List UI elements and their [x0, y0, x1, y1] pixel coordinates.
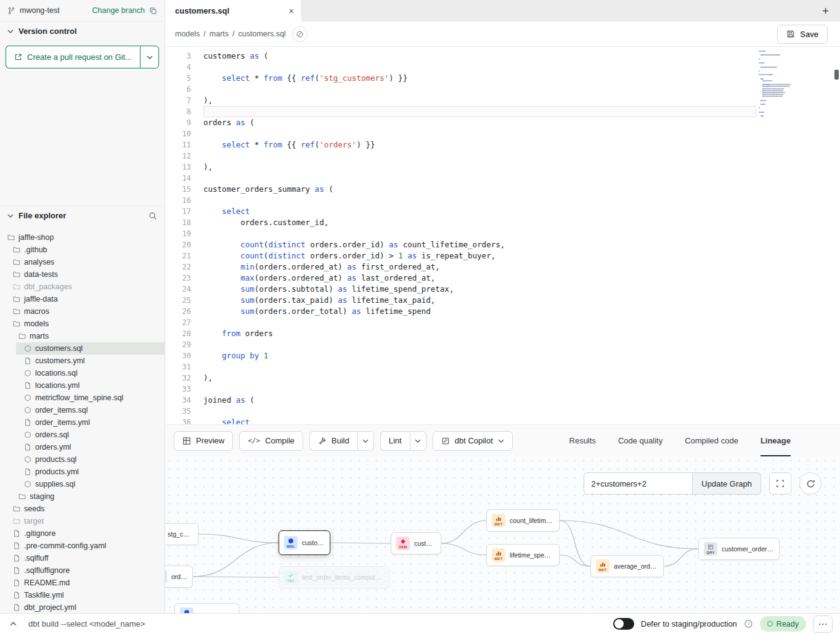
- lint-dropdown-button[interactable]: [410, 431, 426, 451]
- file-tree-item-products.yml[interactable]: products.yml: [0, 466, 165, 478]
- file-tree-item-data-tests[interactable]: data-tests: [0, 268, 165, 281]
- lineage-selector-input[interactable]: [584, 472, 692, 495]
- lineage-node-customers_mdl[interactable]: MDLcustomers: [279, 530, 330, 555]
- breadcrumb-part[interactable]: marts: [210, 30, 229, 38]
- file-tree-item-orders.yml[interactable]: orders.yml: [0, 441, 165, 453]
- code-line[interactable]: 5 select * from {{ ref('stg_customers') …: [165, 73, 840, 84]
- file-tree-item-order_items.yml[interactable]: order_items.yml: [0, 416, 165, 429]
- code-line[interactable]: 22 min(orders.ordered_at) as first_order…: [165, 261, 840, 273]
- file-tree-item-dbt_packages[interactable]: dbt_packages: [0, 281, 165, 293]
- code-line[interactable]: 35: [165, 406, 840, 417]
- lint-button[interactable]: Lint: [380, 431, 410, 451]
- file-tree-item-jaffle-shop[interactable]: jaffle-shop: [0, 231, 165, 244]
- tab-results[interactable]: Results: [569, 425, 596, 457]
- code-line[interactable]: 13),: [165, 162, 840, 173]
- close-tab-icon[interactable]: ×: [288, 6, 294, 16]
- file-tree-item-jaffle-data[interactable]: jaffle-data: [0, 293, 165, 305]
- code-line[interactable]: 32),: [165, 373, 840, 384]
- file-tree-item-target[interactable]: target: [0, 515, 165, 527]
- file-tree-item-locations.sql[interactable]: locations.sql: [0, 367, 165, 379]
- change-branch-link[interactable]: Change branch: [92, 6, 145, 15]
- fullscreen-button[interactable]: [769, 472, 791, 495]
- file-tree-item-orders.sql[interactable]: orders.sql: [0, 429, 165, 441]
- lineage-panel[interactable]: MDLstg_customersMDLordersMDLcustomersSEM…: [165, 456, 840, 613]
- code-line[interactable]: 19: [165, 228, 840, 239]
- code-line[interactable]: 15customer_orders_summary as (: [165, 184, 840, 195]
- file-tree-item-products.sql[interactable]: products.sql: [0, 453, 165, 466]
- preview-button[interactable]: Preview: [174, 431, 233, 451]
- create-pr-dropdown-button[interactable]: [140, 46, 159, 68]
- breadcrumb-part[interactable]: customers.sql: [239, 30, 286, 38]
- file-tree-item-marts[interactable]: marts: [0, 330, 165, 342]
- lineage-node-customers_sem[interactable]: SEMcustomers: [391, 532, 441, 554]
- code-line[interactable]: 30 group by 1: [165, 350, 840, 361]
- file-tree-item-dbt_project.yml[interactable]: dbt_project.yml: [0, 601, 165, 613]
- code-line[interactable]: 7),: [165, 95, 840, 106]
- file-tree-item-.pre-commit-config.yaml[interactable]: .pre-commit-config.yaml: [0, 540, 165, 552]
- code-line[interactable]: 28 from orders: [165, 328, 840, 339]
- editor-tab-customers-sql[interactable]: customers.sql ×: [165, 0, 302, 22]
- file-tree-item-macros[interactable]: macros: [0, 305, 165, 318]
- code-line[interactable]: 11 select * from {{ ref('orders') }}: [165, 139, 840, 150]
- file-tree-item-customers.sql[interactable]: customers.sql: [0, 342, 165, 355]
- code-line[interactable]: 26 sum(orders.order_total) as lifetime_s…: [165, 306, 840, 317]
- file-tree-item-metricflow_time_spine.sql[interactable]: metricflow_time_spine.sql: [0, 392, 165, 404]
- compile-button[interactable]: </> Compile: [239, 431, 303, 451]
- code-line[interactable]: 36 select: [165, 417, 840, 424]
- lineage-node-partial_bottom[interactable]: MDL: [174, 603, 239, 613]
- build-dropdown-button[interactable]: [357, 431, 374, 451]
- code-line[interactable]: 6: [165, 84, 840, 95]
- code-line[interactable]: 34joined as (: [165, 395, 840, 406]
- code-line[interactable]: 24 sum(orders.subtotal) as lifetime_spen…: [165, 284, 840, 295]
- file-tree-item-staging[interactable]: staging: [0, 490, 165, 503]
- lineage-node-average_order_value[interactable]: METaverage_order_value: [590, 555, 664, 577]
- code-line[interactable]: 31: [165, 361, 840, 373]
- file-tree-item-seeds[interactable]: seeds: [0, 503, 165, 515]
- code-editor[interactable]: 3customers as (45 select * from {{ ref('…: [165, 47, 840, 424]
- refresh-button[interactable]: [799, 472, 822, 495]
- code-line[interactable]: 14: [165, 173, 840, 184]
- help-icon[interactable]: ?: [744, 619, 753, 628]
- code-line[interactable]: 20 count(distinct orders.order_id) as co…: [165, 239, 840, 250]
- version-control-header[interactable]: Version control: [0, 21, 165, 41]
- expand-panel-button[interactable]: [7, 619, 18, 630]
- create-pr-button[interactable]: Create a pull request on Git...: [6, 46, 140, 68]
- file-tree-item-.github[interactable]: .github: [0, 244, 165, 256]
- ready-badge[interactable]: Ready: [760, 616, 806, 632]
- code-line[interactable]: 8: [165, 106, 840, 117]
- code-line[interactable]: 27: [165, 317, 840, 328]
- update-graph-button[interactable]: Update Graph: [692, 472, 761, 495]
- code-line[interactable]: 18 orders.customer_id,: [165, 217, 840, 228]
- file-tree-item-README.md[interactable]: README.md: [0, 577, 165, 589]
- lineage-node-test_order[interactable]: TSTtest_order_items_compute_to_bools...: [279, 566, 389, 588]
- dbt-copilot-button[interactable]: dbt Copilot: [433, 431, 513, 451]
- lineage-node-stg_customers[interactable]: MDLstg_customers: [165, 523, 198, 545]
- lineage-node-count_lifetime_orders[interactable]: METcount_lifetime_orders: [486, 509, 560, 532]
- lineage-node-customer_order_metrics[interactable]: QRYcustomer_order_metrics: [698, 538, 780, 560]
- tab-compiled-code[interactable]: Compiled code: [685, 425, 738, 457]
- file-tree-item-locations.yml[interactable]: locations.yml: [0, 379, 165, 392]
- file-tree-item-order_items.sql[interactable]: order_items.sql: [0, 404, 165, 416]
- code-line[interactable]: 10: [165, 128, 840, 139]
- code-line[interactable]: 9orders as (: [165, 117, 840, 128]
- breadcrumb-part[interactable]: models: [175, 30, 200, 38]
- code-line[interactable]: 3customers as (: [165, 51, 840, 62]
- file-status-button[interactable]: [292, 27, 308, 42]
- lineage-node-lifetime_spend_pretax[interactable]: METlifetime_spend_pretax: [486, 544, 560, 566]
- tab-lineage[interactable]: Lineage: [760, 425, 791, 457]
- file-tree-item-supplies.sql[interactable]: supplies.sql: [0, 478, 165, 490]
- tab-code-quality[interactable]: Code quality: [618, 425, 663, 457]
- code-line[interactable]: 25 sum(orders.tax_paid) as lifetime_tax_…: [165, 295, 840, 306]
- file-tree-item-.sqlfluff[interactable]: .sqlfluff: [0, 552, 165, 564]
- code-line[interactable]: 16: [165, 195, 840, 206]
- code-line[interactable]: 12: [165, 150, 840, 162]
- defer-toggle[interactable]: [613, 618, 634, 630]
- lineage-node-orders_src[interactable]: MDLorders: [165, 566, 193, 588]
- more-options-button[interactable]: ⋯: [813, 615, 833, 633]
- file-tree-item-customers.yml[interactable]: customers.yml: [0, 355, 165, 367]
- file-tree-item-analyses[interactable]: analyses: [0, 256, 165, 268]
- code-line[interactable]: 23 max(orders.ordered_at) as last_ordere…: [165, 273, 840, 284]
- file-tree-item-.gitignore[interactable]: .gitignore: [0, 527, 165, 540]
- file-tree-item-Taskfile.yml[interactable]: Taskfile.yml: [0, 589, 165, 601]
- file-explorer-header[interactable]: File explorer: [0, 205, 165, 225]
